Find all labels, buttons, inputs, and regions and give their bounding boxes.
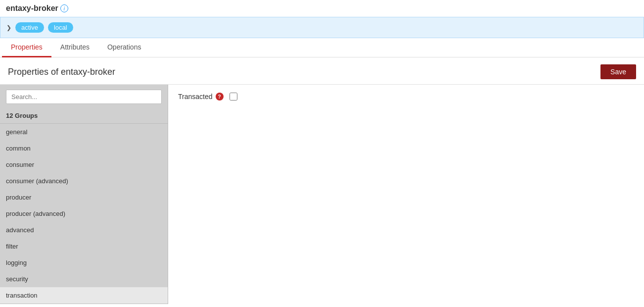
detail-panel: Transacted ? [168,85,644,304]
main-content: 12 Groups general common consumer consum… [0,85,644,304]
search-input[interactable] [6,90,162,104]
chevron-icon[interactable]: ❯ [6,24,11,31]
list-item[interactable]: transaction [0,287,168,304]
save-button[interactable]: Save [600,64,636,79]
list-item[interactable]: logging [0,255,168,271]
list-item[interactable]: consumer (advanced) [0,173,168,189]
list-item[interactable]: producer (advanced) [0,205,168,222]
help-icon[interactable]: ? [216,93,224,101]
property-label: Transacted ? [178,93,224,101]
info-icon[interactable]: i [60,4,68,12]
tabs-bar: Properties Attributes Operations [0,38,644,57]
list-item[interactable]: producer [0,189,168,205]
list-item[interactable]: advanced [0,222,168,238]
tag-active[interactable]: active [15,22,44,33]
transacted-label: Transacted [178,93,213,101]
search-container [0,85,168,109]
list-item[interactable]: security [0,271,168,287]
sidebar: 12 Groups general common consumer consum… [0,85,168,304]
tab-properties[interactable]: Properties [2,38,51,57]
transacted-checkbox[interactable] [230,93,237,101]
list-item[interactable]: consumer [0,156,168,173]
app-title: entaxy-broker [6,4,58,13]
property-row: Transacted ? [178,93,634,101]
list-item-active[interactable]: transaction (advanced) [0,304,168,304]
group-list: general common consumer consumer (advanc… [0,124,168,304]
list-item[interactable]: common [0,140,168,156]
page-header: Properties of entaxy-broker Save [0,57,644,85]
tab-operations[interactable]: Operations [98,38,150,57]
tab-attributes[interactable]: Attributes [51,38,98,57]
page-title: Properties of entaxy-broker [8,67,115,77]
app-header: entaxy-broker i [0,0,644,17]
groups-label: 12 Groups [0,109,168,123]
list-item[interactable]: filter [0,238,168,255]
tags-bar: ❯ active local [0,17,644,38]
tag-local[interactable]: local [48,22,73,33]
list-item[interactable]: general [0,124,168,140]
